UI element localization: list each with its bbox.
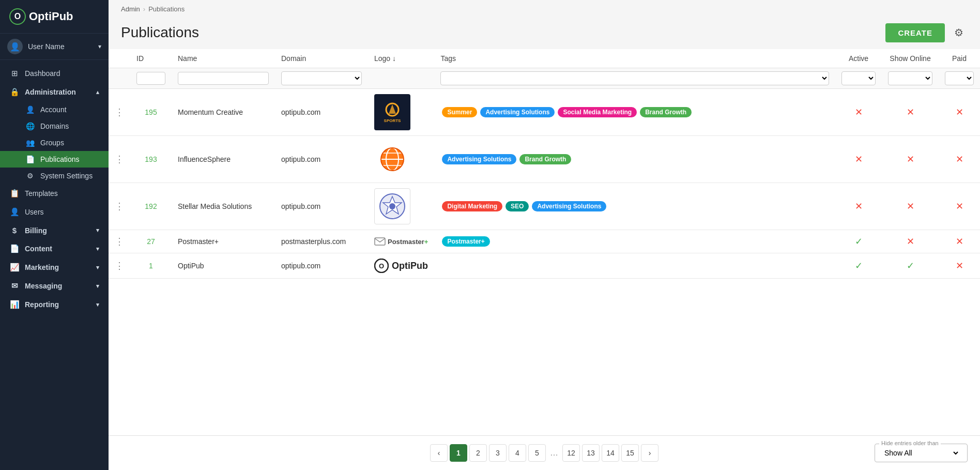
billing-chevron-icon: ▾: [96, 227, 99, 234]
filter-id-cell: [130, 68, 172, 89]
row-name: InfluenceSphere: [172, 136, 275, 183]
row-active: ✓: [835, 253, 882, 279]
sidebar-group-reporting[interactable]: 📊 Reporting ▾: [0, 295, 109, 314]
dashboard-icon: ⊞: [9, 69, 20, 78]
row-show-online: ✓: [882, 253, 939, 279]
row-show-online: ✕: [882, 89, 939, 136]
sidebar-label-account: Account: [40, 105, 67, 114]
tag: Social Media Marketing: [558, 107, 637, 117]
sidebar-group-content[interactable]: 📄 Content ▾: [0, 239, 109, 258]
user-avatar-icon: 👤: [7, 39, 23, 54]
publications-icon: 📄: [25, 155, 35, 163]
svg-marker-1: [389, 104, 396, 114]
row-name: Momentum Creative: [172, 89, 275, 136]
svg-point-11: [389, 203, 395, 209]
breadcrumb-admin[interactable]: Admin: [121, 5, 140, 13]
sidebar-item-dashboard[interactable]: ⊞ Dashboard: [0, 64, 109, 83]
administration-chevron-icon: ▴: [96, 89, 99, 96]
cross-icon: ✕: [907, 236, 914, 247]
sidebar-item-domains[interactable]: 🌐 Domains: [0, 118, 109, 134]
sidebar-item-groups[interactable]: 👥 Groups: [0, 134, 109, 151]
filter-id-input[interactable]: [136, 72, 165, 85]
row-tags: Advertising SolutionsBrand Growth: [434, 136, 835, 183]
table-row: ⋮ 193 InfluenceSphere optipub.com Advert…: [109, 136, 980, 183]
publications-table-container: ID Name Domain Logo ↓ Tags Active Show O…: [109, 49, 980, 435]
sidebar-item-publications[interactable]: 📄 Publications: [0, 151, 109, 168]
row-logo: [368, 136, 434, 183]
row-paid: ✕: [939, 183, 980, 230]
sidebar-item-templates[interactable]: 📋 Templates: [0, 184, 109, 203]
filter-domain-select[interactable]: [281, 71, 362, 85]
row-paid: ✕: [939, 136, 980, 183]
sidebar-label-templates: Templates: [25, 189, 99, 198]
row-domain: optipub.com: [275, 183, 368, 230]
page-button-2[interactable]: 2: [469, 444, 487, 462]
sidebar-item-account[interactable]: 👤 Account: [0, 101, 109, 118]
administration-icon: 🔒: [9, 87, 20, 97]
breadcrumb: Admin › Publications: [109, 0, 980, 18]
user-menu[interactable]: 👤 User Name ▾: [0, 33, 109, 60]
col-id: ID: [130, 49, 172, 68]
page-ellipsis: …: [548, 448, 560, 458]
page-button-3[interactable]: 3: [489, 444, 507, 462]
row-menu-dots[interactable]: ⋮: [109, 136, 130, 183]
row-show-online: ✕: [882, 183, 939, 230]
filter-tags-select[interactable]: [440, 71, 829, 85]
sidebar-group-administration[interactable]: 🔒 Administration ▴: [0, 83, 109, 101]
cross-icon: ✕: [855, 154, 863, 164]
filter-active-select[interactable]: [841, 71, 876, 85]
page-button-13[interactable]: 13: [582, 444, 600, 462]
sidebar-group-messaging[interactable]: ✉ Messaging ▾: [0, 277, 109, 295]
row-tags: Digital MarketingSEOAdvertising Solution…: [434, 183, 835, 230]
col-paid: Paid: [939, 49, 980, 68]
row-name: Postmaster+: [172, 230, 275, 253]
filter-show-online-select[interactable]: [888, 71, 932, 85]
col-logo: Logo ↓: [368, 49, 434, 68]
sidebar-group-billing[interactable]: $ Billing ▾: [0, 221, 109, 239]
check-icon: ✓: [855, 261, 863, 271]
cross-icon: ✕: [907, 107, 914, 117]
tag: Advertising Solutions: [442, 154, 516, 164]
create-button[interactable]: CREATE: [885, 23, 945, 42]
breadcrumb-sep: ›: [143, 5, 145, 13]
prev-page-button[interactable]: ‹: [430, 444, 448, 462]
row-menu-dots[interactable]: ⋮: [109, 89, 130, 136]
messaging-icon: ✉: [9, 281, 20, 291]
page-button-1[interactable]: 1: [450, 444, 467, 462]
row-menu-dots[interactable]: ⋮: [109, 183, 130, 230]
filter-name-input[interactable]: [178, 72, 269, 85]
row-domain: optipub.com: [275, 136, 368, 183]
page-button-15[interactable]: 15: [621, 444, 639, 462]
settings-button[interactable]: ⚙: [950, 22, 968, 43]
col-dots: [109, 49, 130, 68]
logo-icon: O: [9, 8, 26, 25]
row-paid: ✕: [939, 230, 980, 253]
row-menu-dots[interactable]: ⋮: [109, 253, 130, 279]
domains-icon: 🌐: [25, 122, 35, 130]
sidebar-label-users: Users: [25, 208, 99, 216]
tag: Brand Growth: [519, 154, 571, 164]
page-button-5[interactable]: 5: [528, 444, 546, 462]
page-button-14[interactable]: 14: [602, 444, 619, 462]
filter-paid-select[interactable]: [945, 71, 974, 85]
breadcrumb-publications: Publications: [148, 5, 185, 13]
page-button-4[interactable]: 4: [509, 444, 526, 462]
page-header: Publications CREATE ⚙: [109, 18, 980, 49]
cross-icon: ✕: [855, 201, 863, 211]
sidebar-label-groups: Groups: [40, 139, 64, 147]
row-domain: optipub.com: [275, 89, 368, 136]
cross-icon: ✕: [956, 261, 963, 271]
col-name: Name: [172, 49, 275, 68]
svg-text:O: O: [379, 262, 384, 270]
next-page-button[interactable]: ›: [641, 444, 659, 462]
sidebar-item-system-settings[interactable]: ⚙ System Settings: [0, 168, 109, 184]
sidebar-group-marketing[interactable]: 📈 Marketing ▾: [0, 258, 109, 277]
page-title: Publications: [121, 24, 885, 41]
col-domain: Domain: [275, 49, 368, 68]
row-id: 195: [130, 89, 172, 136]
sidebar-label-marketing: Marketing: [25, 263, 96, 271]
page-button-12[interactable]: 12: [562, 444, 580, 462]
sidebar-item-users[interactable]: 👤 Users: [0, 203, 109, 221]
hide-entries-select[interactable]: Show All 1 Month 3 Months 6 Months 1 Yea…: [882, 448, 960, 458]
row-menu-dots[interactable]: ⋮: [109, 230, 130, 253]
